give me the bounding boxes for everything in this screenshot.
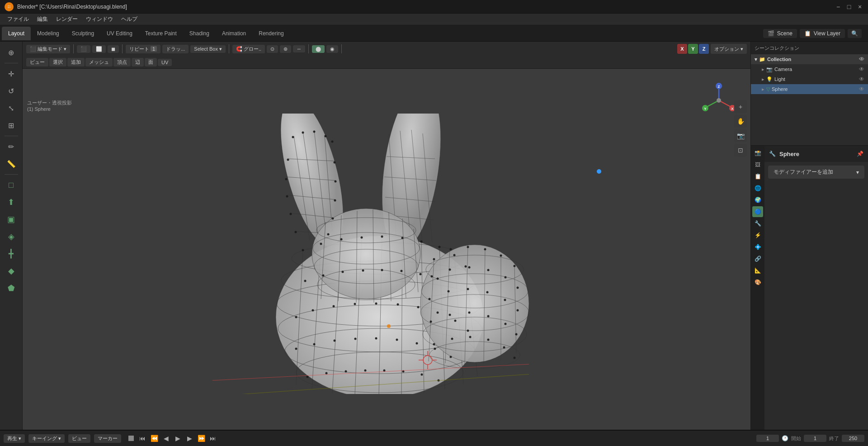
tool-annotate[interactable]: ✏ — [3, 138, 19, 155]
menu-window[interactable]: ウィンドウ — [82, 14, 117, 24]
prop-particles-btn[interactable]: ⚡ — [752, 230, 763, 241]
header-select[interactable]: 選択 — [49, 58, 66, 66]
constraint-x-btn[interactable]: X — [677, 44, 687, 54]
keying-menu-btn[interactable]: キーイング ▾ — [28, 434, 65, 443]
tab-layout[interactable]: Layout — [2, 27, 31, 40]
menu-render[interactable]: レンダー — [52, 14, 81, 24]
tab-animation[interactable]: Animation — [216, 27, 252, 40]
outliner-sphere-item[interactable]: ▸ ▽ Sphere 👁 — [751, 84, 868, 94]
tool-measure[interactable]: 📏 — [3, 156, 19, 172]
prop-data-btn[interactable]: 📐 — [752, 265, 763, 276]
prop-modifier-btn[interactable]: 🔧 — [752, 218, 763, 229]
prop-constraints-btn[interactable]: 🔗 — [752, 253, 763, 264]
prop-world-btn[interactable]: 🌍 — [752, 195, 763, 205]
outliner-collection-item[interactable]: ▾ 📁 Collection 👁 — [751, 54, 868, 64]
tool-polyb[interactable]: ⬟ — [3, 280, 19, 296]
proportional-btn[interactable]: ⊙ — [267, 45, 278, 53]
tool-extrude[interactable]: ⬆ — [3, 194, 19, 210]
constraint-y-btn[interactable]: Y — [688, 44, 698, 54]
jump-next-key-btn[interactable]: ⏩ — [196, 433, 206, 443]
maximize-button[interactable]: □ — [845, 3, 853, 10]
view-layer-selector[interactable]: 📋 View Layer — [800, 29, 845, 38]
outliner-light-item[interactable]: ▸ 💡 Light 👁 — [751, 74, 868, 84]
end-frame-input[interactable]: 250 — [842, 435, 864, 442]
tool-transform[interactable]: ⊞ — [3, 117, 19, 133]
tool-cursor[interactable]: ⊕ — [3, 44, 19, 61]
options-btn[interactable]: オプション ▾ — [711, 44, 747, 54]
minimize-button[interactable]: − — [835, 3, 842, 10]
tool-inset[interactable]: ▣ — [3, 211, 19, 228]
prop-material-btn[interactable]: 🎨 — [752, 277, 763, 288]
tool-move[interactable]: ✛ — [3, 66, 19, 82]
play-btn[interactable]: ▶ — [173, 433, 183, 443]
start-frame-input[interactable]: 1 — [804, 435, 826, 442]
transform-btn[interactable]: ↔ — [293, 45, 305, 52]
tool-rotate[interactable]: ↺ — [3, 83, 19, 99]
tab-shading[interactable]: Shading — [183, 27, 216, 40]
record-btn[interactable] — [128, 436, 134, 441]
prop-scene-btn[interactable]: 🌐 — [752, 183, 763, 194]
prop-output-btn[interactable]: 🖼 — [752, 159, 763, 170]
drag-btn[interactable]: ドラッ... — [162, 45, 189, 53]
tool-bevel[interactable]: ◈ — [3, 228, 19, 245]
header-face[interactable]: 面 — [145, 58, 157, 66]
constraint-z-btn[interactable]: Z — [699, 44, 709, 54]
pan-btn[interactable]: ✋ — [734, 115, 747, 128]
header-add[interactable]: 追加 — [67, 58, 85, 66]
jump-end-btn[interactable]: ⏭ — [208, 433, 218, 443]
outliner-camera-item[interactable]: ▸ 📷 Camera 👁 — [751, 64, 868, 74]
menu-edit[interactable]: 編集 — [33, 14, 52, 24]
view-menu-btn[interactable]: ビュー — [68, 434, 90, 443]
wire-mode-btn[interactable]: ◉ — [326, 45, 338, 53]
tool-add-cube[interactable]: □ — [3, 177, 19, 193]
vertex-select-btn[interactable]: ⬛ — [77, 45, 90, 53]
snap-btn[interactable]: 🧲 グロー.. — [232, 45, 265, 53]
viewport-3d[interactable]: ⬛ 編集モード ▾ ⬛ ⬜ ◼ リピート 1 ドラッ... Select Box… — [23, 42, 750, 430]
zoom-in-btn[interactable]: + — [734, 100, 747, 113]
repeat-btn[interactable]: リピート 1 — [126, 45, 160, 53]
tab-sculpting[interactable]: Sculpting — [66, 27, 100, 40]
jump-prev-key-btn[interactable]: ⏪ — [149, 433, 159, 443]
header-edge[interactable]: 辺 — [132, 58, 144, 66]
camera-visibility-icon[interactable]: 👁 — [859, 66, 864, 72]
mode-selector[interactable]: ⬛ 編集モード ▾ — [26, 45, 70, 53]
camera-btn[interactable]: 📷 — [734, 129, 747, 142]
prop-view-layer-btn[interactable]: 📋 — [752, 171, 763, 182]
prop-render-btn[interactable]: 📸 — [752, 147, 763, 158]
tab-modeling[interactable]: Modeling — [31, 27, 66, 40]
prev-frame-btn[interactable]: ◀ — [161, 433, 171, 443]
header-mesh[interactable]: メッシュ — [85, 58, 113, 66]
menu-file[interactable]: ファイル — [4, 14, 33, 24]
prop-object-btn[interactable]: 🔵 — [752, 206, 763, 217]
tab-uv-editing[interactable]: UV Editing — [100, 27, 139, 40]
face-select-btn[interactable]: ◼ — [108, 45, 119, 53]
pivot-btn[interactable]: ⊛ — [280, 45, 291, 53]
close-button[interactable]: × — [856, 3, 863, 10]
tab-rendering[interactable]: Rendering — [252, 27, 290, 40]
tool-loop-cut[interactable]: ╋ — [3, 246, 19, 262]
solid-mode-btn[interactable]: ⬤ — [312, 45, 325, 53]
search-button[interactable]: 🔍 — [848, 29, 862, 38]
sphere-visibility-icon[interactable]: 👁 — [859, 86, 864, 92]
marker-menu-btn[interactable]: マーカー — [94, 434, 121, 443]
header-view[interactable]: ビュー — [26, 58, 48, 66]
viewport-canvas[interactable]: ユーザー・透視投影 (1) Sphere Z X — [23, 69, 750, 430]
next-frame-btn[interactable]: ▶ — [184, 433, 194, 443]
current-frame-input[interactable]: 1 — [756, 435, 779, 442]
prop-physics-btn[interactable]: 💠 — [752, 242, 763, 252]
ortho-btn[interactable]: ⊡ — [734, 144, 747, 157]
header-vertex[interactable]: 頂点 — [113, 58, 131, 66]
modifier-add-button[interactable]: モディファイアーを追加 ▾ — [768, 166, 864, 179]
light-visibility-icon[interactable]: 👁 — [859, 76, 864, 82]
tab-texture-paint[interactable]: Texture Paint — [139, 27, 183, 40]
collection-visibility-icon[interactable]: 👁 — [859, 56, 864, 62]
scene-selector[interactable]: 🎬 Scene — [763, 29, 797, 38]
tool-scale[interactable]: ⤡ — [3, 100, 19, 116]
menu-help[interactable]: ヘルプ — [118, 14, 141, 24]
jump-start-btn[interactable]: ⏮ — [137, 433, 147, 443]
viewport-gizmo[interactable]: Z X Y — [701, 82, 737, 119]
header-uv[interactable]: UV — [158, 59, 172, 66]
select-box-btn[interactable]: Select Box ▾ — [190, 45, 226, 53]
edge-select-btn[interactable]: ⬜ — [92, 45, 106, 53]
tool-knife[interactable]: ◆ — [3, 263, 19, 279]
